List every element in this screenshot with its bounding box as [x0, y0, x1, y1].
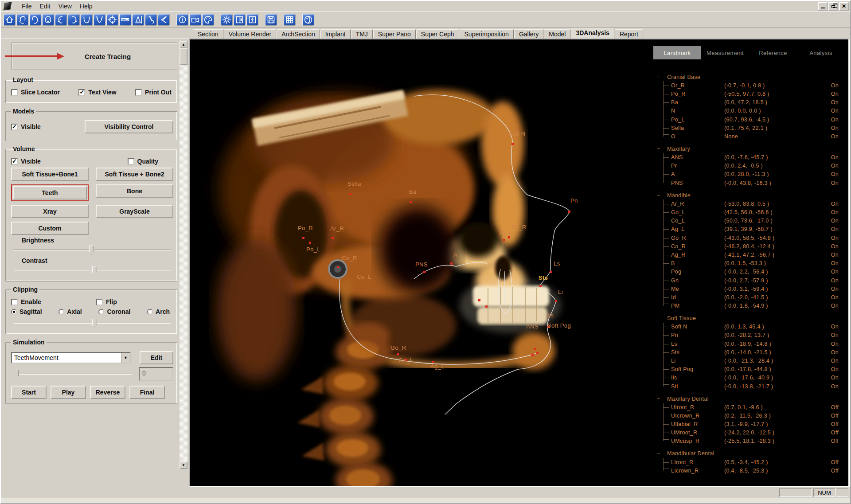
- landmark-point[interactable]: [511, 143, 514, 145]
- minimize-button[interactable]: [818, 2, 828, 11]
- landmark-visibility-toggle[interactable]: Off: [831, 438, 839, 444]
- landmark-point[interactable]: [531, 354, 534, 356]
- landmark-row-sti[interactable]: Sti(-0.0, -13.8, -21.7 )On: [653, 382, 845, 391]
- simulation-edit-button[interactable]: Edit: [140, 351, 173, 364]
- profile-right-icon[interactable]: [29, 14, 41, 26]
- landmark-visibility-toggle[interactable]: On: [831, 341, 839, 347]
- landmark-row-go_r[interactable]: Go_R(-43.0, 58.5, -54.8 )On: [653, 234, 845, 242]
- print-out-checkbox[interactable]: [135, 89, 142, 96]
- home-icon[interactable]: [4, 14, 16, 26]
- contrast-slider[interactable]: [14, 265, 171, 276]
- camera-icon[interactable]: [189, 14, 201, 26]
- quality-checkbox[interactable]: [128, 158, 134, 165]
- collapse-icon[interactable]: −: [657, 396, 663, 402]
- settings-icon[interactable]: [221, 14, 233, 26]
- landmark-visibility-toggle[interactable]: On: [831, 269, 839, 275]
- landmark-visibility-toggle[interactable]: Off: [831, 413, 839, 419]
- visibility-control-button[interactable]: Visibility Control: [85, 120, 173, 133]
- text-view-checkbox[interactable]: [78, 89, 85, 96]
- landmark-visibility-toggle[interactable]: On: [831, 260, 839, 266]
- face-front-icon[interactable]: [42, 14, 54, 26]
- panel-scrollbar[interactable]: ▲ ▼: [180, 41, 187, 469]
- landmark-visibility-toggle[interactable]: On: [831, 154, 839, 160]
- landmark-visibility-toggle[interactable]: Off: [831, 430, 839, 436]
- landmark-point[interactable]: [485, 305, 488, 308]
- reverse-button[interactable]: Reverse: [90, 386, 125, 399]
- landmark-point[interactable]: [397, 353, 399, 356]
- head-orientation-icon[interactable]: [302, 14, 314, 26]
- landmark-row-pns[interactable]: PNS(-0.0, 43.8, -16.3 )On: [653, 179, 845, 187]
- landmark-point[interactable]: [405, 359, 407, 361]
- landmark-row-po_l[interactable]: Po_L(60.7, 93.6, -4.5 )On: [653, 115, 845, 124]
- palette-icon[interactable]: [202, 14, 214, 26]
- landmark-row-sts[interactable]: Sts(0.0, -14.0, -21.5 )On: [653, 348, 845, 356]
- landmark-row-licrown_r[interactable]: LIcrown_R(0.4, -8.5, -25.3 )Off: [653, 466, 845, 475]
- landmark-group-header[interactable]: −Mandibular Dental: [653, 449, 845, 458]
- landmark-point[interactable]: [309, 242, 311, 244]
- landmark-visibility-toggle[interactable]: On: [831, 133, 839, 140]
- menu-help[interactable]: Help: [76, 2, 97, 11]
- scroll-down-button[interactable]: ▼: [180, 461, 187, 469]
- landmark-visibility-toggle[interactable]: On: [831, 286, 839, 292]
- landmark-row-po_r[interactable]: Po_R(-50.5, 97.7, 0.8 )On: [653, 90, 845, 98]
- landmark-point[interactable]: [337, 266, 339, 268]
- landmark-visibility-toggle[interactable]: On: [831, 349, 839, 356]
- landmark-point[interactable]: [536, 352, 539, 354]
- teeth-button[interactable]: Teeth: [13, 186, 87, 199]
- tab-report[interactable]: Report: [615, 29, 643, 39]
- grid-matrix-icon[interactable]: [284, 14, 296, 26]
- landmark-row-gn[interactable]: Gn(-0.0, 2.7, -57.9 )On: [653, 276, 845, 285]
- tab-tmj[interactable]: TMJ: [351, 29, 373, 39]
- angle-measure-icon[interactable]: [158, 14, 170, 26]
- tab-model[interactable]: Model: [544, 29, 570, 39]
- landmark-row-ba[interactable]: Ba(0.0, 47.2, 18.5 )On: [653, 98, 845, 107]
- xray-button[interactable]: Xray: [11, 205, 89, 218]
- tab-archsection[interactable]: ArchSection: [277, 29, 320, 39]
- landmark-group-header[interactable]: −Maxillary: [653, 145, 845, 153]
- landmark-point[interactable]: [550, 271, 552, 273]
- tab-volume-render[interactable]: Volume Render: [224, 29, 277, 39]
- landmark-point[interactable]: [503, 239, 505, 241]
- landmark-row-ans[interactable]: ANS(0.0, -7.6, -45.7 )On: [653, 153, 845, 161]
- volume-visible-checkbox[interactable]: [11, 158, 18, 165]
- collapse-icon[interactable]: −: [657, 315, 663, 321]
- viewport-scrollbar[interactable]: [848, 39, 849, 486]
- landmark-row-id[interactable]: Id(0.0, -2.0, -41.5 )On: [653, 293, 845, 301]
- tab-section[interactable]: Section: [193, 29, 223, 39]
- close-button[interactable]: ✕: [839, 2, 849, 11]
- landmark-row-n[interactable]: N(0.0, 0.0, 0.0 )On: [653, 107, 845, 115]
- landmark-visibility-toggle[interactable]: On: [831, 218, 839, 224]
- patient-orientation-icon[interactable]: [246, 14, 258, 26]
- tab-implant[interactable]: Implant: [320, 29, 351, 39]
- landmark-row-pr[interactable]: Pr(0.0, 2.4, -0.5 )On: [653, 162, 845, 170]
- landmark-visibility-toggle[interactable]: On: [831, 226, 839, 232]
- landmark-row-go_l[interactable]: Go_L(42.5, 56.0, -56.6 )On: [653, 208, 845, 216]
- panel-tab-reference[interactable]: Reference: [749, 46, 797, 59]
- create-tracing-box[interactable]: Create Tracing: [12, 43, 177, 70]
- 3d-viewport[interactable]: Soft NSellaBaPnPo_RAr_ROr_RPrNPo_LCo_RAP…: [189, 39, 850, 487]
- landmark-row-pm[interactable]: PM(-0.0, 1.8, -54.9 )On: [653, 301, 845, 310]
- restore-button[interactable]: [828, 2, 838, 11]
- landmark-point[interactable]: [568, 211, 570, 213]
- landmark-row-umroot_r[interactable]: UMroot_R(-24.2, 22.0, -12.5 )Off: [653, 429, 845, 437]
- landmark-visibility-toggle[interactable]: On: [831, 303, 839, 309]
- protractor-icon[interactable]: [132, 14, 144, 26]
- landmark-row-b[interactable]: B(0.0, 1.5, -53.3 )On: [653, 259, 845, 268]
- models-visible-checkbox[interactable]: [11, 124, 18, 130]
- combo-dropdown-arrow[interactable]: ▼: [121, 353, 130, 363]
- landmark-group-header[interactable]: −Maxillary Dental: [653, 395, 845, 403]
- landmark-row-umcusp_r[interactable]: UMcusp_R(-25.5, 18.1, -28.3 )Off: [653, 437, 845, 445]
- menu-file[interactable]: File: [18, 2, 36, 11]
- mandible-arch-icon[interactable]: [94, 14, 105, 26]
- clipping-radio-coronal[interactable]: [98, 309, 104, 315]
- landmark-visibility-toggle[interactable]: On: [831, 91, 839, 97]
- landmark-point[interactable]: [450, 262, 453, 265]
- landmark-row-uicrown_r[interactable]: UIcrown_R(0.2, -11.5, -26.3 )Off: [653, 411, 845, 420]
- landmark-visibility-toggle[interactable]: On: [831, 180, 839, 186]
- clipping-radio-sagittal[interactable]: [11, 309, 17, 315]
- landmark-visibility-toggle[interactable]: Off: [831, 421, 839, 427]
- landmark-row-o[interactable]: ONoneOn: [653, 132, 845, 141]
- landmark-row-co_l[interactable]: Co_L(50.0, 73.6, -17.0 )On: [653, 217, 845, 225]
- profile-back-icon[interactable]: [68, 14, 80, 26]
- landmark-point[interactable]: [555, 300, 557, 302]
